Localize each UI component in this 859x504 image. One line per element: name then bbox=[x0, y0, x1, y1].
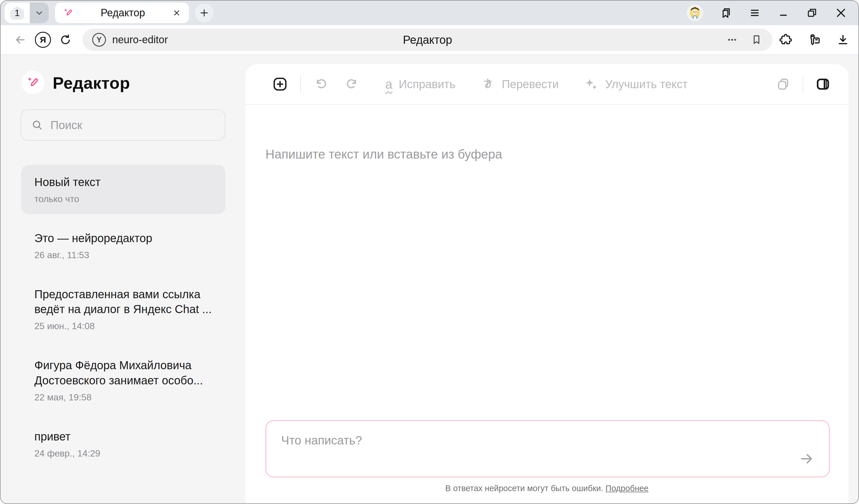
tab-count-value: 1 bbox=[15, 8, 20, 18]
plus-icon bbox=[199, 7, 210, 18]
profile-avatar[interactable] bbox=[687, 4, 703, 21]
address-bar: Я Y neuro-editor Редактор bbox=[1, 25, 858, 55]
tab-editor[interactable]: Редактор bbox=[55, 3, 189, 23]
tab-count-button[interactable]: 1 bbox=[4, 3, 30, 23]
document-item[interactable]: Фигура Фёдора Михайловича Достоевского з… bbox=[21, 348, 225, 412]
yandex-home-button[interactable]: Я bbox=[35, 32, 51, 48]
app-logo bbox=[21, 71, 45, 94]
disclaimer-more-link[interactable]: Подробнее bbox=[606, 484, 649, 493]
tab-strip: 1 Редактор bbox=[1, 1, 858, 25]
page-title: Редактор bbox=[82, 33, 772, 46]
copy-text-button[interactable] bbox=[776, 77, 790, 92]
new-tab-button[interactable] bbox=[195, 3, 214, 22]
app-brand: Редактор bbox=[1, 55, 245, 94]
ai-prompt-box bbox=[266, 420, 830, 477]
undo-icon bbox=[313, 77, 328, 92]
improve-text-button[interactable]: Улучшить текст bbox=[584, 77, 688, 92]
document-title: Фигура Фёдора Михайловича Достоевского з… bbox=[34, 358, 212, 388]
site-favicon-icon: Y bbox=[92, 33, 106, 47]
ai-prompt-input[interactable] bbox=[266, 421, 829, 476]
add-bookmark-icon[interactable] bbox=[750, 33, 763, 46]
send-prompt-button[interactable] bbox=[799, 451, 815, 467]
bookmarks-panel-button[interactable] bbox=[719, 6, 733, 19]
improve-text-label: Улучшить текст bbox=[605, 78, 688, 91]
window-controls bbox=[687, 4, 847, 21]
minimize-icon bbox=[777, 6, 790, 19]
fix-text-label: Исправить bbox=[399, 78, 455, 91]
document-item[interactable]: Предоставленная вами ссылка ведёт на диа… bbox=[21, 277, 225, 341]
minimize-window-button[interactable] bbox=[777, 6, 790, 19]
yandex-logo-icon: Я bbox=[35, 32, 51, 48]
extensions-puzzle-icon[interactable] bbox=[779, 33, 793, 47]
editor-toolbar: а Исправить Перевести Улучшить текст bbox=[245, 64, 848, 104]
copy-icon bbox=[776, 77, 790, 92]
new-document-button[interactable] bbox=[272, 76, 288, 92]
restore-window-button[interactable] bbox=[806, 6, 818, 19]
reload-icon bbox=[59, 33, 72, 46]
search-box[interactable] bbox=[20, 109, 225, 141]
close-icon bbox=[834, 6, 847, 19]
editor-panel: а Исправить Перевести Улучшить текст bbox=[245, 64, 848, 503]
chevron-down-icon bbox=[34, 7, 45, 18]
document-title: Новый текст bbox=[34, 174, 212, 190]
tab-count-badge: 1 bbox=[10, 5, 25, 20]
ai-disclaimer: В ответах нейросети могут быть ошибки. П… bbox=[245, 477, 848, 503]
browser-menu-button[interactable] bbox=[749, 6, 761, 19]
redo-icon bbox=[345, 77, 360, 92]
toolbar-right bbox=[776, 75, 831, 93]
back-arrow-icon bbox=[13, 33, 27, 47]
url-bar-actions bbox=[726, 33, 763, 46]
bookmarks-icon bbox=[719, 6, 733, 19]
restore-icon bbox=[806, 6, 818, 19]
document-item[interactable]: Новый текст только что bbox=[21, 165, 225, 214]
tab-close-icon[interactable] bbox=[172, 9, 181, 17]
app-title: Редактор bbox=[53, 73, 130, 92]
document-item[interactable]: Это — нейроредактор 26 авг., 11:53 bbox=[21, 221, 225, 270]
page-content: Редактор Новый текст только что Это — не… bbox=[1, 55, 858, 503]
password-manager-icon[interactable] bbox=[808, 33, 821, 47]
more-actions-icon[interactable] bbox=[726, 33, 739, 46]
toggle-sidebar-button[interactable] bbox=[815, 76, 831, 92]
hamburger-menu-icon bbox=[749, 6, 761, 19]
spellcheck-icon: а bbox=[385, 78, 393, 91]
plus-square-icon bbox=[272, 76, 288, 92]
document-title: Это — нейроредактор bbox=[34, 231, 212, 246]
search-icon bbox=[31, 119, 44, 131]
close-window-button[interactable] bbox=[834, 6, 847, 19]
tab-title: Редактор bbox=[73, 7, 172, 19]
magic-pencil-icon bbox=[63, 8, 73, 18]
document-title: Предоставленная вами ссылка ведёт на диа… bbox=[34, 287, 212, 317]
reload-button[interactable] bbox=[59, 33, 72, 46]
text-editor-area[interactable]: Напишите текст или вставьте из буфера bbox=[245, 105, 848, 420]
redo-button[interactable] bbox=[345, 77, 360, 92]
url-bar[interactable]: Y neuro-editor Редактор bbox=[82, 29, 772, 51]
sparkles-icon bbox=[584, 77, 599, 92]
url-text: neuro-editor bbox=[112, 34, 168, 46]
document-item[interactable]: привет 24 февр., 14:29 bbox=[21, 419, 225, 469]
split-panel-icon bbox=[815, 76, 831, 92]
document-timestamp: только что bbox=[34, 194, 212, 204]
send-arrow-icon bbox=[799, 451, 815, 467]
document-timestamp: 26 авг., 11:53 bbox=[34, 250, 212, 260]
magic-pencil-icon bbox=[26, 76, 40, 90]
fix-text-button[interactable]: а Исправить bbox=[385, 78, 455, 91]
tab-panel-control: 1 bbox=[4, 3, 49, 23]
downloads-icon[interactable] bbox=[836, 33, 850, 47]
tab-list-dropdown-button[interactable] bbox=[30, 3, 49, 23]
editor-placeholder: Напишите текст или вставьте из буфера bbox=[266, 147, 828, 162]
translate-label: Перевести bbox=[502, 78, 559, 91]
search-input[interactable] bbox=[50, 119, 215, 132]
disclaimer-text: В ответах нейросети могут быть ошибки. bbox=[445, 484, 603, 493]
toolbar-divider bbox=[803, 75, 803, 93]
document-title: привет bbox=[34, 429, 212, 444]
translate-button[interactable]: Перевести bbox=[481, 77, 559, 92]
browser-window: 1 Редактор bbox=[0, 0, 859, 504]
translate-kana-icon bbox=[481, 77, 495, 92]
document-timestamp: 25 июн., 14:08 bbox=[34, 321, 212, 332]
document-list: Новый текст только что Это — нейроредакт… bbox=[1, 165, 245, 487]
toolbar-divider bbox=[300, 75, 301, 93]
document-timestamp: 22 мая, 19:58 bbox=[34, 392, 212, 403]
back-button[interactable] bbox=[13, 33, 27, 47]
address-bar-right bbox=[779, 33, 850, 47]
undo-button[interactable] bbox=[313, 77, 328, 92]
